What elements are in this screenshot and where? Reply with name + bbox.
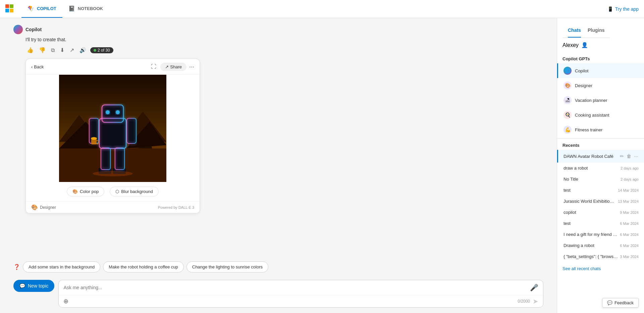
nav-tab-notebook-label: NOTEBOOK xyxy=(78,6,103,11)
image-card: ‹ Back ⛶ ↗ Share ··· xyxy=(25,59,200,213)
copilot-avatar xyxy=(13,25,23,34)
gpt-item-copilot[interactable]: 🌐 Copilot xyxy=(557,63,644,78)
recent-item-test1[interactable]: test 14 Mar 2024 xyxy=(557,185,644,196)
color-pop-label: Color pop xyxy=(80,189,99,194)
copilot-message-text: I'll try to create that. xyxy=(25,37,543,42)
recent-actions-dawn: ✏ 🗑 ··· xyxy=(619,153,639,160)
char-count: 0/2000 ➤ xyxy=(518,297,538,305)
try-app-button[interactable]: 📱 Try the app xyxy=(607,6,639,12)
recent-item-dawn[interactable]: DAWN Avatar Robot Café ✏ 🗑 ··· xyxy=(557,150,644,163)
copy-button[interactable]: ⧉ xyxy=(50,46,56,55)
card-footer: 🎨 Designer Powered by DALL·E 3 xyxy=(26,201,200,213)
see-all-button[interactable]: See all recent chats xyxy=(557,262,606,275)
recents-section: Recents DAWN Avatar Robot Café ✏ 🗑 ··· d… xyxy=(557,138,644,275)
recent-item-test2[interactable]: test 6 Mar 2024 xyxy=(557,218,644,229)
nav-tab-notebook[interactable]: 📓 NOTEBOOK xyxy=(62,0,109,18)
more-button[interactable]: ··· xyxy=(189,63,194,70)
sidebar-tab-chats[interactable]: Chats xyxy=(568,23,581,38)
main-layout: Copilot I'll try to create that. 👍 👎 ⧉ ⬇… xyxy=(0,18,644,313)
gpt-icon-vacation: 🏖 xyxy=(564,96,572,104)
recent-date-drawing: 6 Mar 2024 xyxy=(620,244,639,248)
share-button[interactable]: ↗ Share xyxy=(160,63,186,71)
thumbs-down-button[interactable]: 👎 xyxy=(38,46,47,55)
page-dot xyxy=(94,49,96,52)
recent-item-copilot2[interactable]: copilot 9 Mar 2024 xyxy=(557,207,644,218)
recent-title-dawn: DAWN Avatar Robot Café xyxy=(564,154,619,159)
gpt-item-cooking[interactable]: 🍳 Cooking assistant xyxy=(557,108,644,122)
recent-date-json: 3 Mar 2024 xyxy=(620,255,639,259)
copilot-message: Copilot I'll try to create that. 👍 👎 ⧉ ⬇… xyxy=(13,25,543,213)
gpt-icon-designer: 🎨 xyxy=(564,81,572,89)
ms-logo xyxy=(5,4,15,14)
blur-background-button[interactable]: ⬡ Blur background xyxy=(110,187,159,196)
recent-item-gift[interactable]: I need a gift for my friend who likes to… xyxy=(557,229,644,240)
recent-date-jurassic: 13 Mar 2024 xyxy=(618,199,639,203)
svg-rect-13 xyxy=(115,148,124,170)
gpt-icon-cooking: 🍳 xyxy=(564,111,572,119)
chat-messages: Copilot I'll try to create that. 👍 👎 ⧉ ⬇… xyxy=(0,18,557,258)
mic-button[interactable]: 🎤 xyxy=(530,284,538,292)
suggestions: ❓ Add some stars in the background Make … xyxy=(0,258,557,276)
svg-point-23 xyxy=(116,110,120,114)
sidebar-tabs: Chats Plugins xyxy=(562,23,610,38)
input-container: 🎤 ⊕ 0/2000 ➤ xyxy=(58,280,543,308)
feedback-label: Feedback xyxy=(614,300,634,305)
recent-item-drawing[interactable]: Drawing a robot 6 Mar 2024 xyxy=(557,240,644,251)
blur-bg-icon: ⬡ xyxy=(115,189,119,194)
try-app-icon: 📱 xyxy=(607,6,613,12)
recent-date-test2: 6 Mar 2024 xyxy=(620,222,639,226)
sidebar-header: Chats Plugins xyxy=(557,18,644,38)
audio-button[interactable]: 🔊 xyxy=(78,46,88,55)
recent-title-jurassic: Jurassic World Exhibition Ticket Det... xyxy=(564,199,616,204)
back-button[interactable]: ‹ Back xyxy=(31,64,44,69)
designer-label: Designer xyxy=(40,205,56,210)
download-button[interactable]: ⬇ xyxy=(59,46,66,55)
svg-point-22 xyxy=(106,110,110,114)
suggestion-lighting[interactable]: Change the lighting to sunrise colors xyxy=(186,261,268,272)
copilot-gpts-label: Copilot GPTs xyxy=(557,52,644,63)
recent-item-json[interactable]: { "beta_settings": { "browsing": true, "… xyxy=(557,251,644,262)
share-action-button[interactable]: ↗ xyxy=(68,46,75,55)
recent-title-copilot2: copilot xyxy=(564,210,618,215)
sidebar-tab-plugins[interactable]: Plugins xyxy=(588,23,605,38)
card-actions: ⛶ ↗ Share ··· xyxy=(150,62,194,71)
recent-date-copilot2: 9 Mar 2024 xyxy=(620,210,639,214)
gpt-icon-copilot: 🌐 xyxy=(564,67,572,75)
gpt-item-fitness[interactable]: 💪 Fitness trainer xyxy=(557,122,644,137)
gpt-name-fitness: Fitness trainer xyxy=(575,127,602,132)
user-account-icon: 👤 xyxy=(581,42,588,48)
recent-item-notitle[interactable]: No Title 2 days ago xyxy=(557,174,644,185)
delete-recent-dawn[interactable]: 🗑 xyxy=(626,153,632,160)
suggestion-coffee[interactable]: Make the robot holding a coffee cup xyxy=(103,261,183,272)
gpt-name-designer: Designer xyxy=(575,83,592,88)
gpt-item-vacation[interactable]: 🏖 Vacation planner xyxy=(557,93,644,108)
new-topic-icon: 💬 xyxy=(19,283,25,289)
color-pop-button[interactable]: 🎨 Color pop xyxy=(67,187,104,196)
send-button[interactable]: ➤ xyxy=(533,297,538,305)
thumbs-up-button[interactable]: 👍 xyxy=(25,46,35,55)
nav-tab-copilot-label: COPILOT xyxy=(37,6,56,11)
svg-rect-12 xyxy=(101,148,110,170)
ask-input[interactable] xyxy=(63,285,530,290)
gpt-item-designer[interactable]: 🎨 Designer xyxy=(557,78,644,93)
more-recent-dawn[interactable]: ··· xyxy=(633,153,639,160)
fullscreen-button[interactable]: ⛶ xyxy=(150,62,158,71)
designer-badge: 🎨 Designer xyxy=(31,204,56,210)
feedback-button[interactable]: 💬 Feedback xyxy=(602,298,639,308)
recent-item-jurassic[interactable]: Jurassic World Exhibition Ticket Det... … xyxy=(557,196,644,207)
new-topic-label: New topic xyxy=(28,283,48,289)
svg-rect-8 xyxy=(99,118,126,148)
image-card-header: ‹ Back ⛶ ↗ Share ··· xyxy=(26,59,200,75)
sidebar-user[interactable]: Alexey 👤 xyxy=(557,38,644,52)
suggestion-stars[interactable]: Add some stars in the background xyxy=(23,261,100,272)
message-actions: 👍 👎 ⧉ ⬇ ↗ 🔊 2 of 30 xyxy=(25,46,543,55)
recent-title-json: { "beta_settings": { "browsing": true, "… xyxy=(564,254,618,259)
image-scan-button[interactable]: ⊕ xyxy=(63,298,68,305)
top-nav: 🪁 COPILOT 📓 NOTEBOOK 📱 Try the app xyxy=(0,0,644,18)
recent-date-test1: 14 Mar 2024 xyxy=(618,188,639,192)
nav-tab-copilot[interactable]: 🪁 COPILOT xyxy=(21,0,62,18)
recent-item-robot[interactable]: draw a robot 2 days ago xyxy=(557,163,644,174)
recents-label: Recents xyxy=(557,139,644,150)
new-topic-button[interactable]: 💬 New topic xyxy=(13,280,54,292)
edit-recent-dawn[interactable]: ✏ xyxy=(619,153,625,160)
